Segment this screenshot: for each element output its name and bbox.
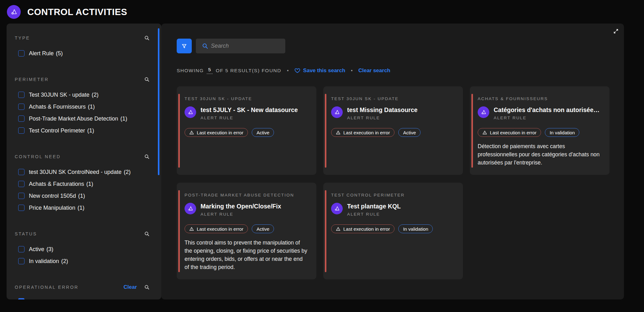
- card-type: ALERT RULE: [347, 212, 401, 217]
- triangle-gear-icon: [186, 108, 194, 116]
- triangle-gear-icon: [186, 205, 194, 212]
- save-search-label: Save this search: [303, 67, 345, 74]
- checkbox[interactable]: [18, 104, 24, 110]
- filter-option[interactable]: Test Control Perimeter (1): [15, 125, 152, 137]
- filter-button[interactable]: [177, 39, 192, 53]
- section-title: STATUS: [15, 231, 37, 236]
- filter-option[interactable]: New control 1505d (1): [15, 190, 152, 202]
- card-logo: [185, 106, 196, 118]
- filter-option[interactable]: Achats & Fournisseurs (1): [15, 101, 152, 113]
- filter-section-perimeter: PERIMETER Test 30JUN SK - update (2) Ach…: [15, 76, 152, 137]
- checkbox[interactable]: [18, 169, 24, 175]
- search-box: [196, 39, 285, 53]
- section-title: TYPE: [15, 35, 30, 40]
- filter-option-label: Achats & Facturations: [29, 181, 84, 187]
- error-accent-bar: [471, 94, 473, 168]
- save-search-link[interactable]: Save this search: [294, 67, 345, 74]
- checkbox[interactable]: [18, 193, 24, 199]
- control-card[interactable]: ACHATS & FOURNISSEURS Catégories d'achat…: [470, 86, 609, 175]
- filter-option[interactable]: Price Manipulation (1): [15, 202, 152, 214]
- checkbox[interactable]: [18, 50, 24, 56]
- checkbox[interactable]: [18, 205, 24, 211]
- triangle-gear-icon: [333, 205, 341, 212]
- error-badge: Last execution in error: [478, 128, 541, 137]
- filter-option-label: In validation: [29, 258, 59, 265]
- checkbox[interactable]: [18, 181, 24, 187]
- card-title: test Missing Datasource: [347, 106, 417, 114]
- filter-option[interactable]: Active (3): [15, 243, 152, 255]
- control-card[interactable]: TEST CONTROL PERIMETER Test plantage KQL…: [323, 183, 463, 279]
- app-header: CONTROL ACTIVITIES: [0, 0, 644, 24]
- error-accent-bar: [325, 190, 326, 272]
- filter-option-label: Price Manipulation: [29, 205, 75, 211]
- status-badge: Active: [252, 128, 274, 137]
- error-badge: Last execution in error: [185, 128, 248, 137]
- section-title: CONTROL NEED: [15, 154, 61, 159]
- filter-option-label: Achats & Fournisseurs: [29, 104, 86, 110]
- error-accent-bar: [325, 94, 326, 168]
- error-badge: Last execution in error: [331, 224, 394, 233]
- filter-section-type: TYPE Alert Rule (5): [15, 35, 152, 59]
- filter-option-label: Test Control Perimeter: [29, 127, 85, 134]
- control-card[interactable]: TEST 30JUN SK - UPDATE test 5JULY - SK -…: [177, 86, 316, 175]
- checkbox[interactable]: [18, 92, 24, 98]
- card-logo: [331, 203, 343, 214]
- funnel-icon: [181, 43, 187, 49]
- warning-icon: [189, 227, 194, 231]
- error-badge-label: Last execution in error: [197, 226, 243, 232]
- checkbox[interactable]: [18, 127, 24, 134]
- section-title: OPERATIONAL ERROR: [15, 285, 78, 290]
- app-logo: [7, 5, 21, 19]
- separator-dot: •: [287, 68, 289, 73]
- results-panel: SHOWING 5 OF 5 RESULT(S) FOUND • Save th…: [161, 24, 624, 299]
- heart-icon: [294, 68, 300, 73]
- warning-icon: [189, 130, 194, 135]
- card-type: ALERT RULE: [347, 116, 417, 120]
- filter-option-count: (3): [46, 246, 53, 253]
- error-badge-label: Last execution in error: [197, 130, 243, 135]
- card-title: test 5JULY - SK - New datasource: [201, 106, 298, 114]
- expand-button[interactable]: [612, 27, 620, 35]
- filter-option[interactable]: In validation (2): [15, 255, 152, 267]
- filter-option-count: (1): [120, 116, 127, 122]
- filters-sidebar: TYPE Alert Rule (5) PERIMETER Test 3: [7, 24, 161, 299]
- triangle-gear-icon: [333, 108, 341, 116]
- error-badge-label: Last execution in error: [343, 130, 390, 135]
- card-title: Test plantage KQL: [347, 203, 401, 210]
- checkbox[interactable]: [18, 258, 24, 264]
- filter-option[interactable]: test 30JUN SK ControlNeed - update (2): [15, 166, 152, 178]
- search-icon[interactable]: [144, 231, 149, 236]
- checkbox[interactable]: [18, 246, 24, 252]
- card-perimeter: TEST 30JUN SK - UPDATE: [331, 96, 454, 101]
- filter-option[interactable]: Alert Rule (5): [15, 47, 152, 59]
- search-input[interactable]: [196, 39, 285, 53]
- triangle-gear-icon: [9, 7, 19, 17]
- card-type: ALERT RULE: [201, 116, 298, 120]
- card-type: ALERT RULE: [494, 116, 601, 120]
- card-logo: [331, 106, 343, 118]
- control-card[interactable]: TEST 30JUN SK - UPDATE test Missing Data…: [323, 86, 463, 175]
- filter-option-count: (1): [78, 205, 84, 211]
- search-icon[interactable]: [144, 285, 149, 290]
- separator-dot: •: [351, 68, 353, 73]
- error-accent-bar: [178, 190, 180, 272]
- result-count: 5: [207, 67, 212, 74]
- checkbox[interactable]: [18, 116, 24, 122]
- filter-option[interactable]: Test 30JUN SK - update (2): [15, 89, 152, 101]
- filter-section-control-need: CONTROL NEED test 30JUN SK ControlNeed -…: [15, 153, 152, 214]
- sidebar-scrollbar[interactable]: [158, 28, 159, 175]
- filter-option-count: (5): [56, 50, 63, 57]
- triangle-gear-icon: [480, 108, 487, 116]
- checkbox[interactable]: [18, 298, 24, 299]
- clear-filter-link[interactable]: Clear: [123, 284, 137, 290]
- control-card[interactable]: POST-TRADE MARKET ABUSE DETECTION Markin…: [177, 183, 316, 279]
- search-icon[interactable]: [144, 154, 149, 159]
- clear-search-link[interactable]: Clear search: [358, 67, 390, 74]
- filter-option[interactable]: Achats & Facturations (1): [15, 178, 152, 190]
- filter-option[interactable]: Post-Trade Market Abuse Detection (1): [15, 113, 152, 125]
- search-icon[interactable]: [144, 77, 149, 82]
- card-description: Détection de paiements avec cartes profe…: [478, 142, 601, 167]
- search-icon[interactable]: [144, 35, 149, 40]
- card-type: ALERT RULE: [201, 212, 281, 217]
- filter-option-label: Alert Rule: [29, 50, 54, 57]
